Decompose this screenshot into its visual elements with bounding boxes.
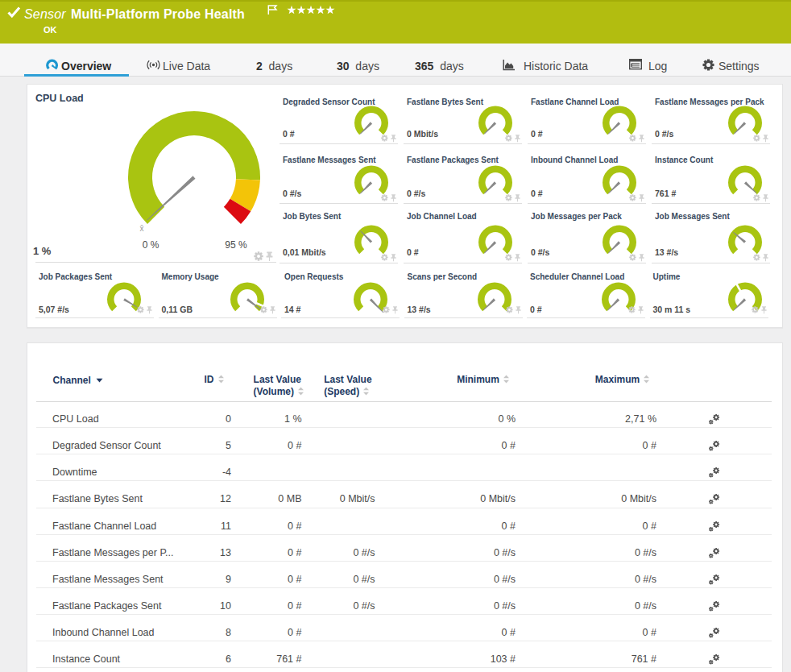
cell-divider xyxy=(35,262,276,263)
gauge-gear-icon[interactable] xyxy=(629,194,636,201)
gauge-gear-icon[interactable] xyxy=(753,254,760,261)
gauge-value: 13 #/s xyxy=(408,305,431,314)
pin-icon[interactable] xyxy=(516,306,521,314)
priority-stars[interactable] xyxy=(287,3,335,18)
tab-historic-data[interactable]: Historic Data xyxy=(503,44,591,76)
tab-live-data[interactable]: Live Data xyxy=(147,44,235,76)
gauge-gear-icon[interactable] xyxy=(254,251,263,261)
gauge-actions xyxy=(629,254,644,262)
gauge-gear-icon[interactable] xyxy=(381,254,388,261)
cell-channel-name[interactable]: Fastlane Channel Load xyxy=(52,508,156,535)
gears-icon[interactable] xyxy=(709,574,720,588)
gauge-gear-icon[interactable] xyxy=(629,254,636,261)
gears-icon[interactable] xyxy=(709,413,720,428)
cell-channel-name[interactable]: Fastlane Messages per P... xyxy=(52,535,174,562)
pin-icon[interactable] xyxy=(763,194,768,202)
pin-icon[interactable] xyxy=(639,254,644,262)
tab-30-days[interactable]: 30 days xyxy=(337,44,425,76)
gauge-gear-icon[interactable] xyxy=(383,306,390,313)
pin-icon[interactable] xyxy=(391,135,396,143)
pin-icon[interactable] xyxy=(638,306,644,314)
pin-icon[interactable] xyxy=(391,194,396,202)
table-row[interactable]: Instance Count 6 761 # 103 # 761 # xyxy=(27,641,784,668)
flag-icon[interactable] xyxy=(267,4,278,19)
table-row[interactable]: Degraded Sensor Count 5 0 # 0 # 0 # xyxy=(27,428,784,454)
gauge-gear-icon[interactable] xyxy=(753,194,760,201)
cell-channel-name[interactable]: Degraded Sensor Count xyxy=(52,428,161,454)
cell-channel-name[interactable]: Fastlane Packages Sent xyxy=(52,588,162,615)
table-row[interactable]: Inbound Channel Load 8 0 # 0 # 0 # xyxy=(27,615,784,641)
pin-icon[interactable] xyxy=(515,194,520,202)
gears-icon[interactable] xyxy=(709,547,720,562)
pin-icon[interactable] xyxy=(270,306,275,314)
gears-icon[interactable] xyxy=(709,521,720,535)
table-row[interactable]: Fastlane Packages Sent 10 0 # 0 #/s 0 #/… xyxy=(27,588,784,615)
table-row[interactable]: Fastlane Messages Sent 9 0 # 0 #/s 0 #/s… xyxy=(27,562,784,588)
gauge-gear-icon[interactable] xyxy=(752,306,759,313)
cell-channel-name[interactable]: Fastlane Bytes Sent xyxy=(52,481,143,508)
column-header-channel[interactable]: Channel xyxy=(53,374,103,386)
pin-icon[interactable] xyxy=(761,306,767,314)
gauge-gear-icon[interactable] xyxy=(381,135,388,142)
star-icon[interactable] xyxy=(306,3,316,18)
column-header-maximum[interactable]: Maximum xyxy=(595,374,650,386)
gauge-gear-icon[interactable] xyxy=(506,306,513,313)
column-header-last-value-volume[interactable]: Last Value(Volume) xyxy=(254,374,304,399)
pin-icon[interactable] xyxy=(266,251,273,262)
star-icon[interactable] xyxy=(316,3,325,18)
gauge-gear-icon[interactable] xyxy=(628,306,636,313)
table-row[interactable]: Downtime -4 xyxy=(27,454,784,481)
pin-icon[interactable] xyxy=(391,254,396,262)
gears-icon[interactable] xyxy=(709,600,720,615)
pin-icon[interactable] xyxy=(515,254,520,262)
gears-icon[interactable] xyxy=(709,440,720,454)
cell-channel-name[interactable]: Inbound Channel Load xyxy=(52,615,155,641)
column-header-last-value-speed[interactable]: Last Value(Speed) xyxy=(324,374,371,399)
gauge-gear-icon[interactable] xyxy=(505,194,512,201)
gears-icon[interactable] xyxy=(709,467,720,481)
gears-icon[interactable] xyxy=(709,653,720,668)
pin-icon[interactable] xyxy=(639,135,644,143)
tab-365-days[interactable]: 365 days xyxy=(415,44,503,76)
tab-2-days[interactable]: 2 days xyxy=(256,44,345,76)
cell-channel-name[interactable]: Downtime xyxy=(52,454,97,481)
cell-channel-name[interactable]: Instance Count xyxy=(52,641,120,668)
pin-icon[interactable] xyxy=(515,135,520,143)
table-row[interactable]: CPU Load 0 1 % 0 % 2,71 % xyxy=(27,401,784,428)
table-row[interactable]: Fastlane Bytes Sent 12 0 MB 0 Mbit/s 0 M… xyxy=(27,481,784,508)
gauge-gear-icon[interactable] xyxy=(505,254,512,261)
star-icon[interactable] xyxy=(325,3,335,18)
gauge-gear-icon[interactable] xyxy=(629,135,636,142)
gauge-gear-icon[interactable] xyxy=(505,135,512,142)
channel-gauge xyxy=(600,281,637,321)
pin-icon[interactable] xyxy=(763,254,768,262)
table-row[interactable]: Fastlane Messages per P... 13 0 # 0 #/s … xyxy=(27,535,784,562)
channel-gauge xyxy=(106,281,143,321)
pin-icon[interactable] xyxy=(763,135,768,143)
gauge-title: Fastlane Messages Sent xyxy=(283,156,376,164)
gears-icon[interactable] xyxy=(709,493,720,508)
gears-icon[interactable] xyxy=(709,627,720,641)
gauge-cell: Job Bytes Sent 0,01 Mbit/s xyxy=(280,205,398,263)
star-icon[interactable] xyxy=(287,3,296,18)
gauge-gear-icon[interactable] xyxy=(753,135,760,142)
star-icon[interactable] xyxy=(296,3,306,18)
cell-channel-name[interactable]: CPU Load xyxy=(52,401,99,428)
pin-icon[interactable] xyxy=(147,306,152,314)
gauge-actions xyxy=(505,194,520,202)
pin-icon[interactable] xyxy=(639,194,644,202)
column-header-minimum[interactable]: Minimum xyxy=(457,374,510,386)
pin-icon[interactable] xyxy=(392,306,398,314)
column-header-id[interactable]: ID xyxy=(205,374,225,386)
tab-settings[interactable]: Settings xyxy=(702,44,791,76)
gauge-gear-icon[interactable] xyxy=(381,194,388,201)
gauge-actions xyxy=(753,135,768,143)
cell-id: 13 xyxy=(183,535,231,562)
cell-channel-name[interactable]: Fastlane Messages Sent xyxy=(52,562,164,588)
cell-divider xyxy=(652,263,770,263)
table-row[interactable]: Fastlane Channel Load 11 0 # 0 # 0 # xyxy=(27,508,784,535)
tab-overview[interactable]: Overview xyxy=(45,44,134,76)
gauge-gear-icon[interactable] xyxy=(260,306,267,313)
cell-minimum: 0 #/s xyxy=(427,562,516,588)
gauge-gear-icon[interactable] xyxy=(137,306,144,313)
